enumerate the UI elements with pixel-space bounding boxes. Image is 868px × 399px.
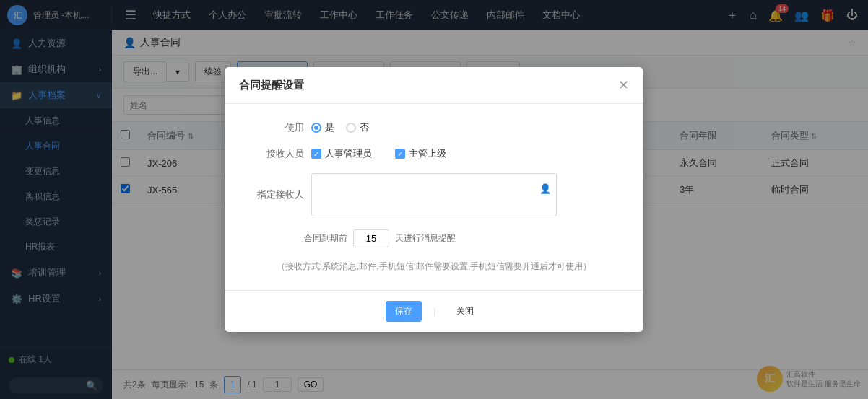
no-radio-circle [346,123,356,133]
hr-manager-checkbox-box: ✓ [311,149,321,159]
yes-label: 是 [325,121,334,134]
modal-header: 合同提醒设置 ✕ [225,67,643,104]
person-icon: 👤 [539,183,551,194]
days-prefix: 合同到期前 [304,232,347,245]
days-hint: 合同到期前 15 天进行消息提醒 [304,229,456,247]
supervisor-label: 主管上级 [409,147,446,160]
use-field: 使用 是 否 [246,121,622,134]
modal-body: 使用 是 否 接收人员 ✓ [225,104,643,290]
no-radio[interactable]: 否 [346,121,369,134]
receiver-content: ✓ 人事管理员 ✓ 主管上级 [311,147,622,160]
notice-text: （接收方式:系统消息,邮件,手机短信;邮件需要设置,手机短信需要开通后才可使用） [246,260,622,273]
hr-manager-checkbox[interactable]: ✓ 人事管理员 [311,147,372,160]
modal-title: 合同提醒设置 [239,79,304,92]
days-suffix: 天进行消息提醒 [395,232,456,245]
contract-reminder-modal: 合同提醒设置 ✕ 使用 是 否 接收人员 [225,67,643,332]
modal-footer: 保存 | 关闭 [225,290,643,332]
designated-input-wrapper: 👤 [311,173,557,216]
receiver-label: 接收人员 [246,147,304,160]
yes-radio-circle [311,123,321,133]
save-button[interactable]: 保存 [386,301,422,322]
receiver-field: 接收人员 ✓ 人事管理员 ✓ 主管上级 [246,147,622,160]
hr-manager-label: 人事管理员 [325,147,372,160]
days-reminder-field: 合同到期前 15 天进行消息提醒 [304,229,622,247]
use-label: 使用 [246,121,304,134]
supervisor-checkbox[interactable]: ✓ 主管上级 [395,147,446,160]
close-button[interactable]: 关闭 [448,302,482,321]
supervisor-checkbox-box: ✓ [395,149,405,159]
use-radio-group: 是 否 [311,121,622,134]
designated-receiver-field: 指定接收人 👤 [246,173,622,216]
designated-label: 指定接收人 [246,188,304,201]
designated-receiver-input[interactable] [311,173,557,216]
no-label: 否 [360,121,369,134]
yes-radio[interactable]: 是 [311,121,334,134]
days-input[interactable]: 15 [353,229,389,247]
modal-close-icon[interactable]: ✕ [618,77,629,93]
modal-overlay: 合同提醒设置 ✕ 使用 是 否 接收人员 [0,0,868,399]
